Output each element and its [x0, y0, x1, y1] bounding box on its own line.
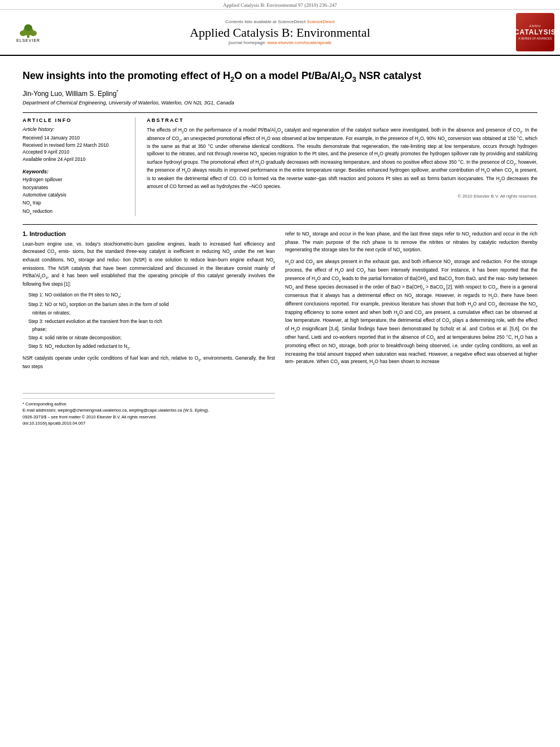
article-info-heading: Article info [23, 117, 127, 123]
badge-top-text: ANNU [529, 24, 541, 28]
keyword-1: Hydrogen spillover [23, 176, 127, 184]
step-5: Step 5: NOx reduction by added reductant… [28, 343, 275, 351]
step-4: Step 4: solid nitrite or nitrate decompo… [28, 334, 275, 342]
keyword-4: NOx trap [23, 199, 127, 208]
badge-sub-text: A SERIES OF ADVANCES [518, 37, 552, 40]
article-info-col: Article info Article history: Received 1… [23, 117, 135, 216]
doi-footer: doi:10.1016/j.apcatb.2010.04.007 [23, 421, 275, 426]
intro-para2: NSR catalysts operate under cyclic condi… [23, 355, 275, 370]
keyword-2: Isocyanates [23, 184, 127, 192]
journal-homepage-link[interactable]: www.elsevier.com/locate/apcatb [268, 40, 331, 45]
top-header: Applied Catalysis B: Environmental 97 (2… [0, 0, 560, 10]
accepted-date: Accepted 9 April 2010 [23, 148, 127, 156]
journal-badge-area: ANNU CATALYSIS A SERIES OF ADVANCES [509, 13, 554, 51]
keyword-3: Automotive catalysis [23, 191, 127, 199]
catalysis-badge: ANNU CATALYSIS A SERIES OF ADVANCES [516, 13, 554, 51]
corresponding-footnote: * Corresponding author. [23, 401, 275, 407]
abstract-heading: Abstract [147, 117, 537, 123]
keyword-5: NOx reduction [23, 208, 127, 216]
elsevier-tree-icon [18, 22, 39, 38]
svg-point-4 [24, 24, 32, 31]
revised-date: Received in revised form 22 March 2010 [23, 142, 127, 149]
article-info-abstract: Article info Article history: Received 1… [23, 112, 537, 216]
footnote-area: * Corresponding author. E-mail addresses… [23, 393, 275, 426]
badge-main-text: CATALYSIS [514, 28, 556, 36]
sciencedirect-notice: Contents lists available at ScienceDirec… [55, 19, 505, 24]
body-left-col: 1. Introduction Lean-burn engine use, vs… [23, 230, 275, 426]
journal-title-banner: Applied Catalysis B: Environmental [55, 25, 505, 40]
journal-banner: ELSEVIER Contents lists available at Sci… [0, 10, 560, 56]
article-title: New insights into the promoting effect o… [23, 69, 537, 84]
copyright-line: © 2010 Elsevier B.V. All rights reserved… [147, 194, 537, 199]
intro-para1: Lean-burn engine use, vs. today's stoich… [23, 241, 275, 288]
journal-homepage-line: journal homepage: www.elsevier.com/locat… [55, 40, 505, 45]
received-date: Received 14 January 2010 [23, 134, 127, 142]
keywords-label: Keywords: [23, 169, 127, 174]
body-content: 1. Introduction Lean-burn engine use, vs… [23, 224, 537, 426]
available-date: Available online 24 April 2010 [23, 156, 127, 163]
sciencedirect-link[interactable]: ScienceDirect [307, 19, 335, 24]
svg-point-3 [30, 30, 37, 36]
abstract-col: Abstract The effects of H2O on the perfo… [147, 117, 537, 216]
email1-link[interactable]: wepling@chemengmail.uwaterloo.ca, [58, 408, 128, 413]
col2-para2: H2O and CO2 are always present in the ex… [285, 258, 537, 366]
section1-heading: 1. Introduction [23, 230, 275, 237]
email2-link[interactable]: wepling@cape.uwaterloo.ca (W.S. Epling). [129, 408, 209, 413]
keywords-section: Keywords: Hydrogen spillover Isocyanates… [23, 169, 127, 216]
step-3: Step 3: reductant evolution at the trans… [28, 318, 275, 333]
col2-para1: refer to NOx storage and occur in the le… [285, 230, 537, 255]
abstract-text: The effects of H2O on the performance of… [147, 126, 537, 190]
affiliation: Department of Chemical Engineering, Univ… [23, 100, 537, 106]
body-right-col: refer to NOx storage and occur in the le… [285, 230, 537, 426]
journal-banner-center: Contents lists available at ScienceDirec… [55, 19, 505, 45]
elsevier-logo-area: ELSEVIER [6, 20, 51, 45]
step-1: Step 1: NO oxidation on the Pt sites to … [28, 291, 275, 300]
svg-point-2 [20, 30, 27, 36]
article-history-label: Article history: [23, 126, 127, 132]
steps-list: Step 1: NO oxidation on the Pt sites to … [28, 291, 275, 351]
copyright-footer: 0926-3373/$ – see front matter © 2010 El… [23, 414, 275, 420]
elsevier-text: ELSEVIER [16, 38, 40, 42]
step-2: Step 2: NO or NO2 sorption on the barium… [28, 301, 275, 317]
email-footnote: E-mail addresses: wepling@chemengmail.uw… [23, 407, 275, 413]
authors: Jin-Yong Luo, William S. Epling* [23, 89, 537, 98]
journal-citation: Applied Catalysis B: Environmental 97 (2… [223, 2, 337, 8]
